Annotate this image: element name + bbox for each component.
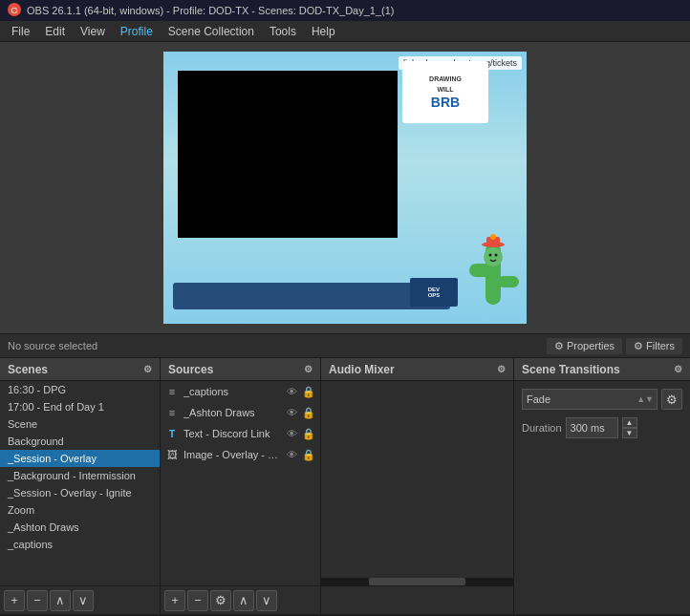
- visibility-icon-image[interactable]: 👁: [284, 447, 299, 462]
- sources-panel-header: Sources ⚙: [161, 358, 320, 381]
- mixer-title: Audio Mixer: [329, 363, 395, 376]
- duration-decrement-button[interactable]: ▼: [622, 428, 637, 438]
- gear-icon-properties: ⚙: [554, 340, 564, 352]
- scenes-panel-header: Scenes ⚙: [0, 358, 160, 381]
- status-tabs: ⚙ Properties ⚙ Filters: [547, 338, 682, 354]
- preview-brb-box: DRAWINGWILL BRB: [402, 61, 488, 123]
- lock-icon-captions[interactable]: 🔒: [301, 384, 316, 399]
- titlebar: O OBS 26.1.1 (64-bit, windows) - Profile…: [0, 0, 690, 21]
- scenes-panel: Scenes ⚙ 16:30 - DPG 17:00 - End of Day …: [0, 358, 161, 614]
- lock-icon-ashton[interactable]: 🔒: [301, 405, 316, 420]
- scene-item-session-overlay[interactable]: _Session - Overlay: [0, 450, 160, 467]
- visibility-icon-text[interactable]: 👁: [284, 426, 299, 441]
- sources-settings-button[interactable]: ⚙: [210, 590, 231, 611]
- scene-item-scene[interactable]: Scene: [0, 415, 160, 433]
- menubar: File Edit View Profile Scene Collection …: [0, 21, 690, 42]
- svg-point-10: [490, 234, 496, 240]
- scenes-title: Scenes: [8, 363, 48, 376]
- source-name-captions: _captions: [183, 386, 282, 397]
- scene-item-captions[interactable]: _captions: [0, 536, 160, 553]
- properties-label: Properties: [567, 340, 615, 351]
- sources-config-icon[interactable]: ⚙: [304, 364, 313, 374]
- menu-help[interactable]: Help: [304, 23, 343, 40]
- duration-input[interactable]: [566, 417, 618, 438]
- transitions-panel-header: Scene Transitions ⚙: [514, 358, 690, 381]
- scene-item-end-of-day[interactable]: 17:00 - End of Day 1: [0, 398, 160, 415]
- devops-logo: DEVOPS: [410, 278, 458, 307]
- menu-scene-collection[interactable]: Scene Collection: [161, 23, 262, 40]
- sources-add-button[interactable]: +: [164, 590, 185, 611]
- scene-item-session-overlay-ignite[interactable]: _Session - Overlay - Ignite: [0, 484, 160, 501]
- scenes-list: 16:30 - DPG 17:00 - End of Day 1 Scene B…: [0, 381, 160, 585]
- transition-select-row: Fade ▲▼ ⚙: [522, 389, 682, 410]
- lock-icon-text[interactable]: 🔒: [301, 426, 316, 441]
- source-item-captions[interactable]: ≡ _captions 👁 🔒: [161, 381, 320, 402]
- mixer-panel: Audio Mixer ⚙: [321, 358, 514, 614]
- duration-increment-button[interactable]: ▲: [622, 417, 637, 428]
- menu-view[interactable]: View: [73, 23, 113, 40]
- cactus-decoration: [464, 223, 522, 319]
- sources-toolbar: + − ⚙ ∧ ∨: [161, 585, 320, 614]
- duration-row: Duration ▲ ▼: [522, 417, 682, 438]
- source-item-text-discord[interactable]: T Text - Discord Link 👁 🔒: [161, 423, 320, 444]
- sources-panel: Sources ⚙ ≡ _captions 👁 🔒 ≡ _Ashton Draw…: [161, 358, 321, 614]
- source-name-image-overlay: Image - Overlay - Se...: [183, 449, 282, 460]
- statusbar: No source selected ⚙ Properties ⚙ Filter…: [0, 333, 690, 358]
- svg-text:O: O: [11, 6, 17, 15]
- main-panels: Scenes ⚙ 16:30 - DPG 17:00 - End of Day …: [0, 358, 690, 614]
- filter-icon: ⚙: [634, 340, 643, 352]
- sources-move-up-button[interactable]: ∧: [233, 590, 254, 611]
- filters-tab[interactable]: ⚙ Filters: [626, 338, 682, 354]
- source-controls-text: 👁 🔒: [284, 426, 316, 441]
- scene-item-ashton-draws[interactable]: _Ashton Draws: [0, 519, 160, 536]
- scenes-remove-button[interactable]: −: [27, 590, 48, 611]
- source-item-ashton-draws[interactable]: ≡ _Ashton Draws 👁 🔒: [161, 402, 320, 423]
- list-icon-2: ≡: [164, 405, 180, 420]
- mixer-scrollbar-thumb[interactable]: [369, 578, 465, 585]
- fade-select-wrapper: Fade ▲▼: [522, 389, 658, 410]
- scene-item-background[interactable]: Background: [0, 433, 160, 450]
- menu-edit[interactable]: Edit: [37, 23, 73, 40]
- transitions-panel: Scene Transitions ⚙ Fade ▲▼ ⚙ Duration ▲: [514, 358, 690, 614]
- visibility-icon-captions[interactable]: 👁: [284, 384, 299, 399]
- scene-item-background-intermission[interactable]: _Background - Intermission: [0, 467, 160, 484]
- menu-tools[interactable]: Tools: [262, 23, 304, 40]
- menu-file[interactable]: File: [4, 23, 37, 40]
- text-icon: T: [164, 426, 180, 441]
- app-icon: O: [8, 3, 21, 18]
- sources-move-down-button[interactable]: ∨: [256, 590, 277, 611]
- preview-banner: [173, 283, 450, 309]
- source-controls-ashton: 👁 🔒: [284, 405, 316, 420]
- sources-title: Sources: [168, 363, 213, 376]
- menu-profile[interactable]: Profile: [113, 23, 161, 40]
- svg-point-5: [484, 247, 503, 266]
- svg-point-7: [495, 254, 498, 257]
- preview-canvas: links.devopsdaystx.org/tickets DRAWINGWI…: [163, 52, 527, 324]
- mixer-config-icon[interactable]: ⚙: [497, 364, 506, 374]
- transitions-content: Fade ▲▼ ⚙ Duration ▲ ▼: [514, 381, 690, 446]
- scenes-config-icon[interactable]: ⚙: [143, 364, 152, 374]
- source-name-text-discord: Text - Discord Link: [183, 428, 282, 439]
- fade-select[interactable]: Fade: [522, 389, 658, 410]
- properties-tab[interactable]: ⚙ Properties: [547, 338, 622, 354]
- scenes-move-down-button[interactable]: ∨: [73, 590, 94, 611]
- scene-item-zoom[interactable]: Zoom: [0, 501, 160, 519]
- source-name-ashton-draws: _Ashton Draws: [183, 407, 282, 418]
- image-icon: 🖼: [164, 447, 180, 462]
- sources-remove-button[interactable]: −: [187, 590, 208, 611]
- scenes-add-button[interactable]: +: [4, 590, 25, 611]
- source-item-image-overlay[interactable]: 🖼 Image - Overlay - Se... 👁 🔒: [161, 444, 320, 465]
- source-controls-captions: 👁 🔒: [284, 384, 316, 399]
- visibility-icon-ashton[interactable]: 👁: [284, 405, 299, 420]
- sources-list: ≡ _captions 👁 🔒 ≡ _Ashton Draws 👁 🔒 T: [161, 381, 320, 585]
- transitions-config-icon[interactable]: ⚙: [674, 364, 682, 374]
- preview-area: links.devopsdaystx.org/tickets DRAWINGWI…: [0, 42, 690, 333]
- source-controls-image: 👁 🔒: [284, 447, 316, 462]
- mixer-list: [321, 381, 513, 578]
- duration-spin-buttons: ▲ ▼: [622, 417, 637, 438]
- scenes-move-up-button[interactable]: ∧: [50, 590, 71, 611]
- transitions-gear-button[interactable]: ⚙: [661, 389, 682, 410]
- titlebar-text: OBS 26.1.1 (64-bit, windows) - Profile: …: [27, 5, 395, 16]
- scene-item-dpg[interactable]: 16:30 - DPG: [0, 381, 160, 398]
- lock-icon-image[interactable]: 🔒: [301, 447, 316, 462]
